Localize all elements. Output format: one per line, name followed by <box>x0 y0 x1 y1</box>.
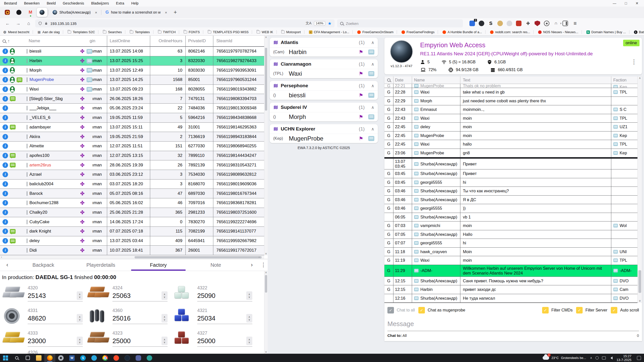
quantity-stepper[interactable]: ∧∨ <box>162 291 168 300</box>
flag-icon[interactable]: ⚑ <box>359 49 363 55</box>
chat-row[interactable]: 12:16 Shurba(Александр) Не туда написал … <box>384 294 637 303</box>
info-icon[interactable]: i <box>3 115 8 120</box>
player-row[interactable]: i Harbin ✤ ıman 13.07.2025 15:25 3 83220… <box>0 56 264 66</box>
bookmark-item[interactable]: 1 Battlefield 1 (BF1) Stat... <box>629 30 644 34</box>
extension-shield-icon[interactable]: ∨ <box>535 21 540 26</box>
taskbar-telegram[interactable] <box>89 354 100 362</box>
chat-bubble-icon[interactable] <box>87 59 92 63</box>
chevron-up-icon[interactable]: ∧ <box>371 126 374 132</box>
chat-row[interactable]: G 03:46 georgii5555 )) <box>384 204 637 213</box>
column-privateid[interactable]: PrivateID <box>186 36 213 46</box>
player-row[interactable]: i Didi ✤ ıman 10.07.2025 18:41 367 26001… <box>0 246 264 255</box>
column-text[interactable]: Text <box>460 76 611 84</box>
info-icon[interactable]: i <box>3 238 8 244</box>
search-input[interactable]: Zoeken <box>337 19 463 27</box>
playfield-header[interactable]: UCHN Explorer (1) ∧ <box>270 124 378 134</box>
chat-log-icon[interactable] <box>10 163 16 167</box>
chat-row[interactable]: G 03:46 Shurba(Александр) Я в ДС <box>384 196 637 204</box>
menu-icon[interactable]: ≡ <box>574 20 577 26</box>
chat-row[interactable]: G 11:18 hawk_crayven Moin UNI <box>384 248 637 256</box>
player-row[interactable]: i MugenProbe ✤ ıman 13.07.2025 14:25 156… <box>0 75 264 85</box>
info-icon[interactable]: i <box>3 210 8 215</box>
quantity-input[interactable]: 23000 ∧∨ <box>28 337 83 347</box>
chat-sender[interactable]: hawk_crayven <box>412 248 460 256</box>
bookmark-item[interactable]: TWITCH <box>153 30 176 34</box>
chat-faction[interactable]: Kep <box>611 150 637 156</box>
player-name[interactable]: biessli <box>289 92 357 99</box>
url-bar[interactable]: 193.135.10.135 文A 140% ★ <box>35 19 335 27</box>
chat-row[interactable]: G 22:45 deley moin UZ1 <box>384 123 637 131</box>
chat-sender[interactable]: Waxi <box>412 140 460 149</box>
chat-sender[interactable]: Emnasut <box>412 105 460 114</box>
new-tab-button[interactable]: + <box>174 9 177 16</box>
chat-faction[interactable] <box>611 173 637 174</box>
chat-row[interactable]: G 22:43 Emnasut moinmoin.., S C <box>384 105 637 114</box>
chat-faction[interactable] <box>611 199 637 200</box>
detail-tab[interactable]: Factory <box>130 259 187 271</box>
taskbar-skype[interactable]: S <box>77 354 89 362</box>
bookmark-item[interactable]: Motosport <box>276 30 301 34</box>
info-icon[interactable]: i <box>3 134 8 140</box>
info-icon[interactable]: i <box>3 191 8 196</box>
menu-item[interactable]: Bewerken <box>24 1 39 5</box>
players-horizontal-scrollbar[interactable]: ‹ › <box>0 255 264 259</box>
playfield-player-row[interactable]: (TPL) Waxi ⚑ <box>270 69 378 78</box>
close-button[interactable]: ✕ <box>635 1 638 5</box>
detail-tab[interactable]: Playerdetails <box>72 259 130 271</box>
chat-sender[interactable]: -ADM- <box>412 265 460 277</box>
quantity-input[interactable]: 48620 ∧∨ <box>28 314 83 324</box>
quantity-value[interactable]: 25143 <box>28 292 77 300</box>
extension-blue-icon[interactable]: 1 ∨ <box>469 21 475 26</box>
chat-as-checkbox[interactable]: ✓ Chat as mugenprobe <box>418 307 465 313</box>
chat-sender[interactable]: georgii5555 <box>412 239 460 247</box>
chat-row[interactable]: G 22:43 Waxi moin TPL <box>384 114 637 123</box>
player-row[interactable]: i adambayer ✤ ıman 13.07.2025 15:11 49 3… <box>0 123 264 132</box>
chat-sender[interactable]: georgii5555 <box>412 204 460 213</box>
sidebar-icon[interactable]: ∨ <box>562 21 568 26</box>
quantity-value[interactable]: 25090 <box>197 292 246 300</box>
bookmark-item[interactable]: TEMPLATES PSD MISS <box>203 30 249 34</box>
chat-sender[interactable]: Shurba(Александр) <box>412 294 460 303</box>
players-table-header[interactable]: ↑ Namegin LastOnline OnlineHours Private… <box>0 36 264 47</box>
playfield-header[interactable]: Persephone (1) ∧ <box>270 81 378 90</box>
taskbar-discord[interactable] <box>133 354 144 362</box>
chat-bubble-icon[interactable] <box>87 87 92 92</box>
player-row[interactable]: i Almette ✤ ıman 12.07.2025 11:51 151 62… <box>0 142 264 151</box>
chat-sender[interactable]: Shurba(Александр) <box>412 213 460 221</box>
chat-faction[interactable] <box>611 191 637 192</box>
chat-sender[interactable]: MugenProbe <box>412 149 460 157</box>
extension-ghost-icon[interactable]: ∨ <box>507 21 512 26</box>
player-row[interactable]: i apofes100 ✤ ıman 12.07.2025 13:15 32 7… <box>0 151 264 161</box>
extension-red-icon[interactable]: ∨ <box>516 21 521 26</box>
chat-row[interactable]: G 12:15 Harbin привет заходи дс Cam <box>384 285 637 294</box>
network-icon[interactable] <box>602 356 606 359</box>
chat-vertical-scrollbar[interactable]: ∧ ∨ <box>637 76 642 303</box>
chat-row[interactable]: G 22:45 Waxi hallo TPL <box>384 140 637 149</box>
taskbar-word[interactable]: W <box>66 354 77 362</box>
chat-sender[interactable]: vampmichi <box>412 221 460 230</box>
player-row[interactable]: i Barock ✤ ıman 05.07.2025 08:16 47 6897… <box>0 189 264 198</box>
bookmark-item[interactable]: FreeGameFindings <box>397 30 434 34</box>
bookmark-item[interactable]: ⚙ Meest bezocht <box>3 30 29 34</box>
playfield-player-row[interactable]: (Cam) Harbin ⚑ <box>270 47 378 57</box>
info-icon[interactable]: i <box>3 162 8 168</box>
checkbox-icon[interactable]: ✓ <box>576 307 583 313</box>
chat-log-icon[interactable] <box>10 239 16 243</box>
quantity-value[interactable]: 25000 <box>197 337 246 345</box>
info-icon[interactable]: i <box>3 181 8 187</box>
chat-sender[interactable]: Shurba(Александр) <box>412 196 460 204</box>
taskbar-obs[interactable] <box>144 354 155 362</box>
url-text[interactable]: 193.135.10.135 <box>50 21 76 26</box>
chat-row[interactable]: G 07:05 Shurba(Александр) Hallo <box>384 230 637 239</box>
bookmark-item[interactable]: WEB IK <box>252 30 273 34</box>
menu-item[interactable]: Help <box>131 1 139 5</box>
player-row[interactable]: i Azrael ✤ ıman 03.06.2025 23:12 3 75340… <box>0 170 264 179</box>
player-row[interactable]: i Waxi ✤ ıman 13.07.2025 09:23 168 80280… <box>0 85 264 94</box>
search-icon[interactable] <box>3 39 6 43</box>
player-name[interactable]: apofes100 <box>29 153 80 158</box>
player-name[interactable]: CubyCake <box>29 219 80 224</box>
quantity-stepper[interactable]: ∧∨ <box>246 337 252 345</box>
taskbar-search[interactable] <box>11 354 22 362</box>
quantity-input[interactable]: 25143 ∧∨ <box>28 291 83 301</box>
player-name[interactable]: artem26rus <box>29 163 80 168</box>
